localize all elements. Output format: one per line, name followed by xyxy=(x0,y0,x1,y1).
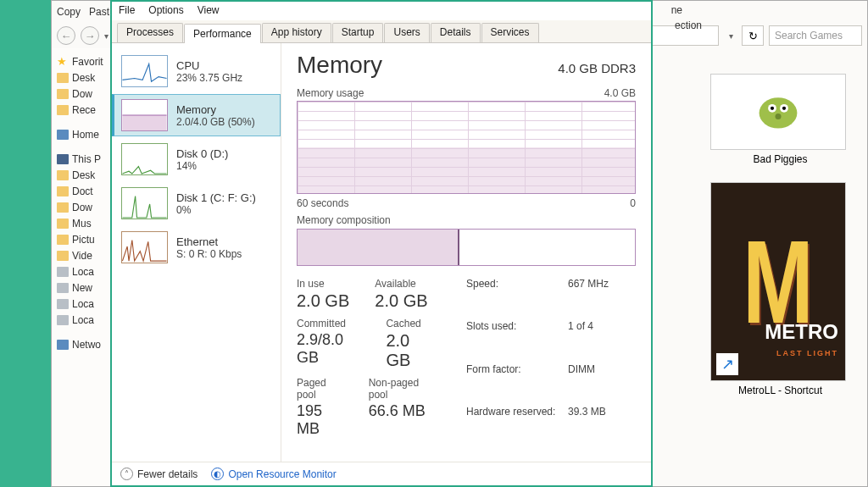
svg-rect-6 xyxy=(122,115,166,130)
tab-details[interactable]: Details xyxy=(431,23,481,42)
fewer-details-button[interactable]: ˄ Fewer details xyxy=(120,468,198,480)
nav-tree[interactable]: ★Favorit Desk Dow Rece Home This P Desk … xyxy=(52,48,115,486)
svg-point-3 xyxy=(771,107,774,110)
file-thumbnail[interactable]: M METROLAST LIGHT ↗ MetroLL - Shortcut xyxy=(710,182,850,396)
nav-history-dropdown[interactable]: ▾ xyxy=(104,31,108,41)
memory-details: Speed:667 MHz Slots used:1 of 4 Form fac… xyxy=(466,278,636,445)
sidebar-item-disk1[interactable]: Disk 1 (C: F: G:) 0% xyxy=(112,182,281,224)
performance-main: Memory 4.0 GB DDR3 Memory usage 4.0 GB 6… xyxy=(281,43,651,462)
network-icon xyxy=(57,340,69,350)
thumbnail-label: Bad Piggies xyxy=(710,153,850,165)
tab-startup[interactable]: Startup xyxy=(332,23,384,42)
refresh-button[interactable]: ↻ xyxy=(742,25,764,46)
sidebar-label: Ethernet xyxy=(176,235,242,248)
tree-item[interactable]: Desk xyxy=(53,167,113,183)
stat-label: Available xyxy=(375,278,427,290)
kv-label: Speed: xyxy=(466,278,568,317)
resource-monitor-icon: ◐ xyxy=(211,468,224,480)
tab-services[interactable]: Services xyxy=(481,23,539,42)
kv-label: Slots used: xyxy=(466,320,568,359)
stat-value: 2.0 GB xyxy=(375,291,427,311)
stat-value: 66.6 MB xyxy=(369,402,432,420)
nav-back-button[interactable]: ← xyxy=(57,26,75,45)
address-dropdown[interactable]: ▾ xyxy=(729,31,733,41)
search-input[interactable]: Search Games xyxy=(769,25,862,46)
kv-value: 667 MHz xyxy=(568,278,636,317)
performance-sidebar: CPU 23% 3.75 GHz Memory 2.0/4.0 GB (50%) xyxy=(112,43,281,462)
usage-label: Memory usage xyxy=(297,87,364,99)
nav-forward-button[interactable]: → xyxy=(81,26,99,45)
taskmgr-footer: ˄ Fewer details ◐ Open Resource Monitor xyxy=(112,462,651,485)
tab-app-history[interactable]: App history xyxy=(262,23,331,42)
folder-icon xyxy=(57,202,69,213)
tree-item[interactable]: Pictu xyxy=(53,231,113,247)
folder-icon xyxy=(57,251,69,261)
tree-item[interactable]: Desk xyxy=(53,69,113,86)
tree-item[interactable]: Mus xyxy=(53,215,113,231)
folder-icon xyxy=(57,235,69,245)
memory-capacity: 4.0 GB DDR3 xyxy=(558,61,636,75)
thumbnail-label: MetroLL - Shortcut xyxy=(710,385,850,396)
kv-label: Form factor: xyxy=(466,363,568,402)
star-icon: ★ xyxy=(57,57,69,67)
sidebar-value: S: 0 R: 0 Kbps xyxy=(176,248,242,260)
tree-item[interactable]: Rece xyxy=(53,102,113,118)
obscured-text: ection xyxy=(675,19,702,31)
tree-favorites[interactable]: ★Favorit xyxy=(53,53,113,69)
folder-icon xyxy=(57,186,69,196)
task-manager-window: File Options View Processes Performance … xyxy=(110,0,653,487)
file-thumbnail[interactable]: Bad Piggies xyxy=(710,74,850,165)
composition-available xyxy=(459,230,635,265)
tree-this-pc[interactable]: This P xyxy=(53,151,113,167)
tree-network[interactable]: Netwo xyxy=(53,336,113,352)
stat-label: Non-paged pool xyxy=(369,377,432,401)
sidebar-item-cpu[interactable]: CPU 23% 3.75 GHz xyxy=(112,50,281,92)
kv-value: 39.3 MB xyxy=(568,406,636,445)
svg-point-5 xyxy=(776,113,782,119)
stat-value: 2.9/8.0 GB xyxy=(297,331,360,367)
sidebar-label: Disk 1 (C: F: G:) xyxy=(176,191,256,204)
homegroup-icon xyxy=(57,130,69,140)
tab-users[interactable]: Users xyxy=(384,23,429,42)
menu-file[interactable]: File xyxy=(119,4,135,16)
tree-item[interactable]: Loca xyxy=(53,296,113,312)
tab-processes[interactable]: Processes xyxy=(117,23,183,42)
sidebar-item-disk0[interactable]: Disk 0 (D:) 14% xyxy=(112,138,281,180)
sidebar-label: Memory xyxy=(176,103,255,116)
menu-options[interactable]: Options xyxy=(148,4,183,16)
disk-graph-icon xyxy=(121,187,168,219)
disk-graph-icon xyxy=(121,143,168,175)
copy-button[interactable]: Copy xyxy=(57,6,81,18)
folder-icon xyxy=(57,89,69,99)
tree-item[interactable]: Doct xyxy=(53,183,113,199)
time-axis-right: 0 xyxy=(630,197,636,209)
open-resource-monitor-link[interactable]: ◐ Open Resource Monitor xyxy=(211,468,336,480)
stat-label: Committed xyxy=(297,318,360,329)
stat-label: Cached xyxy=(386,318,432,329)
drive-icon xyxy=(57,283,69,293)
tree-item[interactable]: Vide xyxy=(53,247,113,263)
folder-icon xyxy=(57,73,69,83)
sidebar-label: CPU xyxy=(176,59,242,72)
tab-performance[interactable]: Performance xyxy=(184,24,261,43)
menu-view[interactable]: View xyxy=(198,4,220,16)
tree-item[interactable]: Loca xyxy=(53,312,113,328)
stat-label: In use xyxy=(297,278,349,290)
paste-button[interactable]: Past xyxy=(89,6,109,18)
tree-homegroup[interactable]: Home xyxy=(53,126,113,142)
tree-item[interactable]: Loca xyxy=(53,263,113,279)
menubar: File Options View xyxy=(112,2,651,20)
sidebar-value: 0% xyxy=(176,204,256,216)
stat-value: 2.0 GB xyxy=(297,291,349,311)
stat-value: 195 MB xyxy=(297,402,343,438)
cpu-graph-icon xyxy=(121,55,168,87)
sidebar-item-memory[interactable]: Memory 2.0/4.0 GB (50%) xyxy=(112,94,281,136)
pc-icon xyxy=(57,154,69,164)
page-title: Memory xyxy=(297,52,382,79)
folder-icon xyxy=(57,105,69,115)
tree-item[interactable]: Dow xyxy=(53,199,113,215)
drive-icon xyxy=(57,315,69,325)
tree-item[interactable]: Dow xyxy=(53,86,113,102)
sidebar-item-ethernet[interactable]: Ethernet S: 0 R: 0 Kbps xyxy=(112,226,281,268)
tree-item[interactable]: New xyxy=(53,279,113,296)
